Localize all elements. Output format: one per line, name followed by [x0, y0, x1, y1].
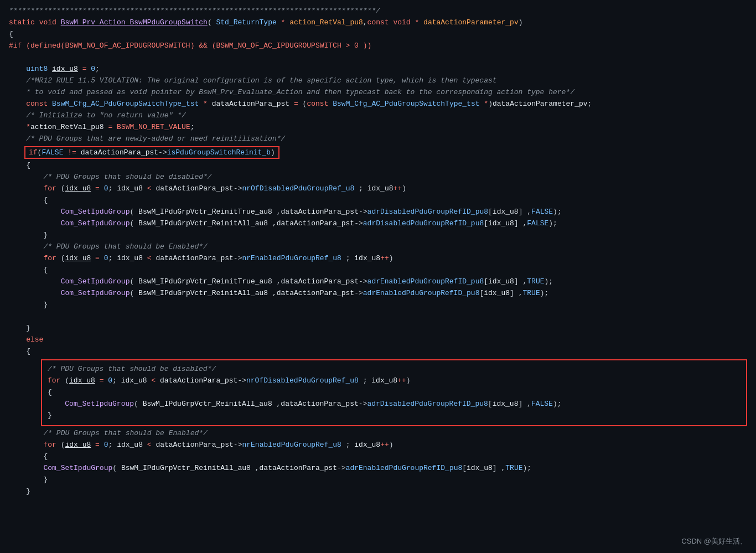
code-line: for (idx_u8 = 0; idx_u8 < dataActionPara… [9, 183, 747, 195]
code-line: /* PDU Groups that should be Enabled*/ [9, 428, 747, 440]
code-line: for (idx_u8 = 0; idx_u8 < dataActionPara… [48, 375, 741, 387]
code-line: { [9, 346, 747, 358]
code-line: } [9, 474, 747, 486]
code-line: } [9, 323, 747, 334]
code-line: } [9, 299, 747, 311]
highlighted-if-block: if(FALSE != dataActionPara_pst->isPduGro… [9, 146, 747, 159]
code-line: Com_SetIpduGroup( BswM_IPduGrpVctr_Reini… [9, 206, 747, 218]
code-line: } [9, 486, 747, 498]
code-line: { [9, 265, 747, 276]
code-line: /* PDU Groups that should be disabled*/ [48, 364, 741, 375]
code-container: ****************************************… [0, 0, 756, 553]
code-line: /* Initialize to "no return value" */ [9, 110, 747, 122]
code-line: Com_SetIpduGroup( BswM_IPduGrpVctr_Reini… [9, 463, 747, 474]
code-line: { [48, 387, 741, 399]
code-line: *action_RetVal_pu8 = BSWM_NO_RET_VALUE; [9, 122, 747, 133]
code-line: static void BswM_Prv_Action_BswMPduGroup… [9, 17, 747, 29]
code-line: Com_SetIpduGroup( BswM_IPduGrpVctr_Reini… [9, 276, 747, 288]
code-line [9, 311, 747, 323]
code-line: { [9, 195, 747, 206]
code-line: for (idx_u8 = 0; idx_u8 < dataActionPara… [9, 253, 747, 265]
code-line: } [9, 230, 747, 241]
code-line: uint8 idx_u8 = 0; [9, 64, 747, 75]
code-line: } [48, 410, 741, 422]
code-line: ****************************************… [9, 6, 747, 17]
code-line: { [9, 451, 747, 463]
code-line: { [9, 29, 747, 40]
code-line: /* PDU Groups that should be Enabled*/ [9, 241, 747, 253]
code-line: Com_SetIpduGroup( BswM_IPduGrpVctr_Reini… [9, 218, 747, 230]
code-line: else [9, 334, 747, 346]
code-line: for (idx_u8 = 0; idx_u8 < dataActionPara… [9, 440, 747, 451]
code-line [9, 52, 747, 64]
highlighted-else-block: /* PDU Groups that should be disabled*/ … [41, 359, 747, 426]
code-line: /*MR12 RULE 11.5 VIOLATION: The original… [9, 75, 747, 87]
code-line: { [9, 160, 747, 172]
code-line: Com_SetIpduGroup( BswM_IPduGrpVctr_Reini… [9, 288, 747, 299]
watermark: CSDN @美好生活、 [681, 536, 747, 546]
code-line: /* PDU Groups that are newly-added or ne… [9, 133, 747, 145]
code-line: Com_SetIpduGroup( BswM_IPduGrpVctr_Reini… [48, 399, 741, 410]
code-line: /* PDU Groups that should be disabled*/ [9, 172, 747, 183]
code-line: #if (defined(BSWM_NO_OF_AC_IPDUGROUPSWIT… [9, 40, 747, 52]
code-line: const BswM_Cfg_AC_PduGroupSwitchType_tst… [9, 99, 747, 110]
code-line: * to void and passed as void pointer by … [9, 87, 747, 99]
